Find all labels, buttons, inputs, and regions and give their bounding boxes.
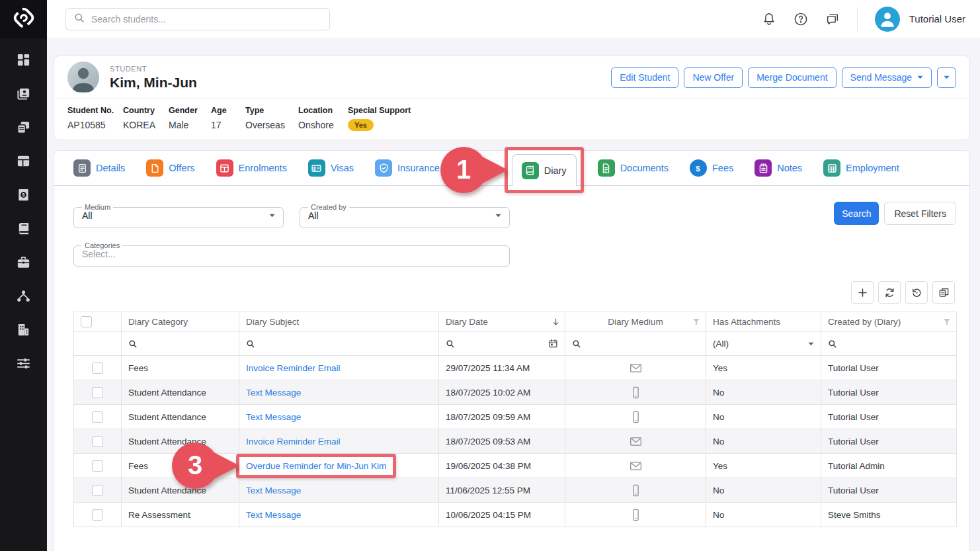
- diary-subject-link[interactable]: Text Message: [246, 412, 301, 422]
- sidebar-item-settings[interactable]: [9, 355, 38, 371]
- tab-employment[interactable]: Employment: [823, 159, 899, 177]
- add-button[interactable]: [851, 281, 874, 304]
- row-checkbox[interactable]: [92, 436, 103, 447]
- sidebar-item-campus[interactable]: [9, 321, 38, 337]
- student-search[interactable]: [65, 8, 330, 30]
- caret-down-icon: [495, 214, 501, 218]
- info-label: Age: [211, 106, 245, 115]
- search-input[interactable]: [91, 14, 321, 24]
- table-row: Student AttendanceInvoice Reminder Email…: [74, 429, 957, 454]
- tab-label: Employment: [846, 163, 899, 173]
- sidebar-item-dashboard[interactable]: [9, 52, 38, 67]
- tab-label: Notes: [777, 163, 802, 173]
- sidebar-item-services[interactable]: [9, 254, 38, 270]
- more-actions-button[interactable]: [937, 67, 956, 88]
- select-all-checkbox[interactable]: [81, 316, 92, 327]
- students-icon: [16, 86, 31, 101]
- edit-student-button[interactable]: Edit Student: [611, 67, 678, 88]
- tab-fees[interactable]: $Fees: [690, 159, 733, 177]
- diary-subject-link[interactable]: Text Message: [246, 510, 301, 520]
- tab-insurance[interactable]: Insurance: [375, 159, 440, 177]
- diary-category-cell: Fees: [122, 356, 239, 380]
- row-checkbox[interactable]: [92, 485, 103, 496]
- diary-subject-link[interactable]: Overdue Reminder for Min-Jun Kim: [246, 461, 386, 471]
- bell-icon[interactable]: [762, 12, 776, 26]
- user-menu[interactable]: Tutorial User: [875, 7, 965, 32]
- medium-filter-select[interactable]: Medium All: [73, 203, 284, 228]
- row-checkbox[interactable]: [92, 362, 103, 374]
- caret-down-icon: [944, 75, 950, 79]
- table-filter-row: (All): [74, 332, 957, 356]
- sidebar-item-courses[interactable]: [9, 220, 38, 236]
- table-row: Student AttendanceText Message18/07/2025…: [74, 380, 957, 405]
- enrolments-icon: [216, 159, 233, 177]
- info-value: KOREA: [123, 120, 169, 130]
- categories-filter-select[interactable]: Categories Select...: [73, 241, 510, 267]
- topbar: Tutorial User: [47, 0, 980, 38]
- send-message-button[interactable]: Send Message: [842, 67, 932, 88]
- filter-funnel-icon[interactable]: [692, 318, 701, 327]
- info-label: Gender: [169, 106, 211, 115]
- filter-cell-created-by[interactable]: [821, 332, 957, 356]
- row-checkbox[interactable]: [92, 411, 103, 423]
- column-header-diary-category[interactable]: Diary Category: [122, 312, 239, 332]
- chat-icon[interactable]: [825, 12, 840, 26]
- table-row: Student AttendanceText Message18/07/2025…: [74, 405, 957, 429]
- sort-descending-icon: [551, 318, 560, 326]
- diary-date-cell: 18/07/2025 09:53 AM: [439, 429, 565, 454]
- student-info-row: Student No.AP10585CountryKOREAGenderMale…: [54, 99, 969, 140]
- calendar-icon[interactable]: [548, 339, 558, 349]
- user-icon: [877, 7, 898, 32]
- tab-details[interactable]: Details: [73, 159, 125, 177]
- column-header-diary-medium[interactable]: Diary Medium: [565, 312, 706, 332]
- tab-label: Details: [96, 163, 125, 173]
- row-checkbox[interactable]: [92, 509, 103, 521]
- filter-cell-diary-subject[interactable]: [239, 332, 439, 356]
- column-header-has-attachments[interactable]: Has Attachments: [706, 312, 821, 332]
- new-offer-button[interactable]: New Offer: [684, 67, 743, 88]
- tab-strip: DetailsOffersEnrolmentsVisasInsuranceDia…: [54, 151, 969, 186]
- column-chooser-button[interactable]: [932, 281, 955, 304]
- tab-enrolments[interactable]: Enrolments: [216, 159, 287, 177]
- refresh-button[interactable]: [878, 281, 901, 304]
- row-checkbox[interactable]: [92, 387, 103, 398]
- brand-logo[interactable]: [0, 0, 47, 38]
- diary-subject-link[interactable]: Invoice Reminder Email: [246, 363, 341, 373]
- sidebar-item-invoices[interactable]: $: [9, 187, 38, 202]
- help-icon[interactable]: [794, 12, 808, 26]
- filter-cell-diary-category[interactable]: [122, 332, 239, 356]
- diary-subject-link[interactable]: Text Message: [246, 486, 301, 495]
- column-header-created-by[interactable]: Created by (Diary): [821, 312, 957, 332]
- tab-offers[interactable]: Offers: [146, 159, 194, 177]
- diary-subject-link[interactable]: Invoice Reminder Email: [246, 437, 341, 446]
- column-header-diary-subject[interactable]: Diary Subject: [239, 312, 439, 332]
- tab-documents[interactable]: Documents: [598, 159, 669, 177]
- created-by-cell: Tutorial User: [821, 429, 957, 454]
- details-icon: [73, 159, 91, 177]
- created-by-cell: Tutorial User: [821, 478, 957, 503]
- merge-document-button[interactable]: Merge Document: [748, 67, 836, 88]
- created-by-cell: Steve Smiths: [821, 503, 957, 527]
- created-by-filter-value: All: [308, 210, 319, 221]
- sidebar-item-students[interactable]: [9, 85, 38, 101]
- column-header-diary-date[interactable]: Diary Date: [439, 312, 565, 332]
- sidebar-item-agents[interactable]: [9, 288, 38, 304]
- tab-notes[interactable]: Notes: [755, 159, 802, 177]
- tab-diary[interactable]: Diary: [512, 154, 577, 186]
- has-attachments-cell: No: [706, 405, 821, 429]
- filter-cell-has-attachments[interactable]: (All): [706, 332, 821, 356]
- created-by-filter-select[interactable]: Created by All: [300, 203, 510, 228]
- revert-button[interactable]: [905, 281, 928, 304]
- filter-buttons: Search Reset Filters: [834, 202, 956, 225]
- tab-visas[interactable]: Visas: [308, 159, 354, 177]
- sidebar-item-offers[interactable]: [9, 119, 38, 135]
- reset-filters-button[interactable]: Reset Filters: [884, 202, 956, 225]
- diary-subject-link[interactable]: Text Message: [246, 388, 301, 398]
- sidebar-item-boards[interactable]: [9, 153, 38, 169]
- filter-funnel-icon[interactable]: [942, 318, 952, 327]
- filter-cell-diary-date[interactable]: [439, 332, 565, 356]
- filter-cell-diary-medium[interactable]: [565, 332, 706, 356]
- invoice-icon: $: [16, 187, 31, 202]
- row-checkbox[interactable]: [92, 460, 103, 472]
- search-button[interactable]: Search: [834, 202, 879, 225]
